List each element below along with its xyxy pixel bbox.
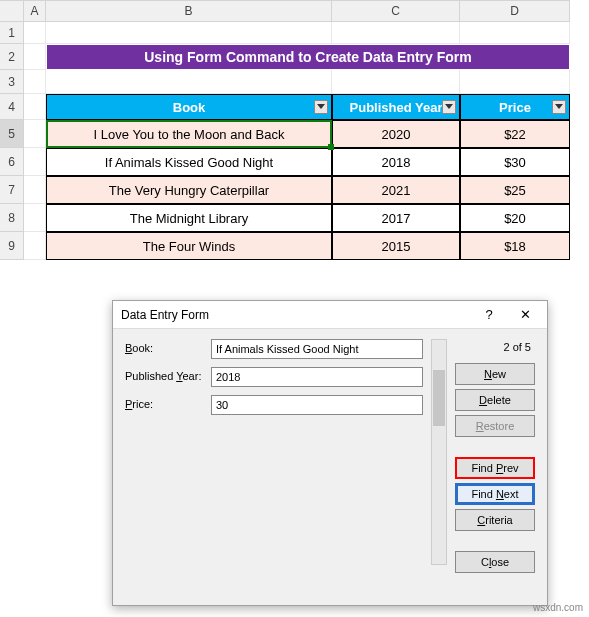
table-row[interactable]: $22 xyxy=(460,120,570,148)
col-header-c[interactable]: C xyxy=(332,0,460,22)
filter-dropdown-icon[interactable] xyxy=(314,100,328,114)
cell[interactable] xyxy=(24,94,46,120)
page-title: Using Form Command to Create Data Entry … xyxy=(46,44,570,70)
header-label: Published Year xyxy=(350,100,443,115)
col-header-b[interactable]: B xyxy=(46,0,332,22)
table-row[interactable]: The Very Hungry Caterpillar xyxy=(46,176,332,204)
table-row[interactable]: 2017 xyxy=(332,204,460,232)
cell[interactable] xyxy=(46,22,332,44)
filter-dropdown-icon[interactable] xyxy=(442,100,456,114)
cell[interactable] xyxy=(24,204,46,232)
cell[interactable] xyxy=(24,22,46,44)
table-row[interactable]: $20 xyxy=(460,204,570,232)
col-header-d[interactable]: D xyxy=(460,0,570,22)
record-scrollbar[interactable] xyxy=(431,339,447,565)
fill-handle[interactable] xyxy=(328,144,334,150)
table-header-price[interactable]: Price xyxy=(460,94,570,120)
cell[interactable] xyxy=(460,22,570,44)
cell[interactable] xyxy=(24,176,46,204)
new-button[interactable]: New xyxy=(455,363,535,385)
cell[interactable] xyxy=(24,44,46,70)
dialog-titlebar[interactable]: Data Entry Form ? ✕ xyxy=(113,301,547,329)
row-header[interactable]: 1 xyxy=(0,22,24,44)
help-button[interactable]: ? xyxy=(471,302,507,328)
table-row[interactable]: $30 xyxy=(460,148,570,176)
close-icon[interactable]: ✕ xyxy=(507,302,543,328)
row-header[interactable]: 8 xyxy=(0,204,24,232)
select-all-corner[interactable] xyxy=(0,0,24,22)
row-header[interactable]: 9 xyxy=(0,232,24,260)
table-row[interactable]: 2018 xyxy=(332,148,460,176)
field-label-price: Price: xyxy=(125,395,207,415)
row-header[interactable]: 7 xyxy=(0,176,24,204)
close-button[interactable]: Close xyxy=(455,551,535,573)
table-row[interactable]: I Love You to the Moon and Back xyxy=(46,120,332,148)
field-label-book: Book: xyxy=(125,339,207,359)
col-header-a[interactable]: A xyxy=(24,0,46,22)
table-row[interactable]: 2015 xyxy=(332,232,460,260)
record-counter: 2 of 5 xyxy=(455,339,535,359)
cell[interactable] xyxy=(332,70,460,94)
filter-dropdown-icon[interactable] xyxy=(552,100,566,114)
find-prev-button[interactable]: Find Prev xyxy=(455,457,535,479)
cell[interactable] xyxy=(46,70,332,94)
data-entry-form-dialog: Data Entry Form ? ✕ Book: Published Year… xyxy=(112,300,548,606)
dialog-title: Data Entry Form xyxy=(121,308,471,322)
find-next-button[interactable]: Find Next xyxy=(455,483,535,505)
book-field[interactable] xyxy=(211,339,423,359)
watermark: wsxdn.com xyxy=(533,602,583,613)
table-row[interactable]: 2020 xyxy=(332,120,460,148)
field-label-year: Published Year: xyxy=(125,367,207,387)
cell[interactable] xyxy=(332,22,460,44)
table-row[interactable]: The Four Winds xyxy=(46,232,332,260)
table-row[interactable]: $25 xyxy=(460,176,570,204)
cell[interactable] xyxy=(24,148,46,176)
cell[interactable] xyxy=(460,70,570,94)
row-header[interactable]: 4 xyxy=(0,94,24,120)
table-row[interactable]: The Midnight Library xyxy=(46,204,332,232)
table-row[interactable]: If Animals Kissed Good Night xyxy=(46,148,332,176)
cell[interactable] xyxy=(24,120,46,148)
table-row[interactable]: $18 xyxy=(460,232,570,260)
row-header[interactable]: 3 xyxy=(0,70,24,94)
header-label: Price xyxy=(499,100,531,115)
scrollbar-thumb[interactable] xyxy=(433,370,445,426)
cell-value: I Love You to the Moon and Back xyxy=(94,127,285,142)
row-header[interactable]: 6 xyxy=(0,148,24,176)
restore-button[interactable]: Restore xyxy=(455,415,535,437)
criteria-button[interactable]: Criteria xyxy=(455,509,535,531)
delete-button[interactable]: Delete xyxy=(455,389,535,411)
cell[interactable] xyxy=(24,232,46,260)
table-header-book[interactable]: Book xyxy=(46,94,332,120)
price-field[interactable] xyxy=(211,395,423,415)
header-label: Book xyxy=(173,100,206,115)
row-header[interactable]: 5 xyxy=(0,120,24,148)
cell[interactable] xyxy=(24,70,46,94)
table-header-year[interactable]: Published Year xyxy=(332,94,460,120)
row-header[interactable]: 2 xyxy=(0,44,24,70)
year-field[interactable] xyxy=(211,367,423,387)
table-row[interactable]: 2021 xyxy=(332,176,460,204)
